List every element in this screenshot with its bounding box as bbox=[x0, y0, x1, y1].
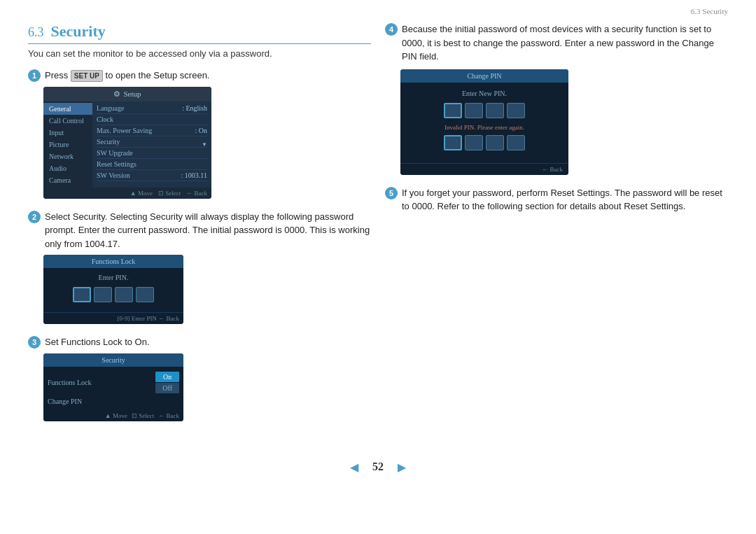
step-3-text: Set Functions Lock to On. bbox=[45, 335, 150, 349]
header-text: 6.3 Security bbox=[691, 7, 728, 15]
sec-body: Functions Lock On Off Change PIN bbox=[43, 367, 183, 410]
change-pin-screen: Change PIN Enter New PIN. Invalid PIN. P… bbox=[400, 69, 568, 175]
section-title: Security bbox=[51, 22, 106, 41]
cp-pin-boxes-1 bbox=[407, 103, 561, 118]
step-5-badge: 5 bbox=[385, 187, 398, 199]
cp-prompt1: Enter New PIN. bbox=[407, 90, 561, 97]
left-column: 6.3 Security You can set the monitor to … bbox=[28, 22, 371, 433]
setup-row-language: Language: English bbox=[97, 103, 207, 114]
setup-row-power: Max. Power Saving: On bbox=[97, 125, 207, 136]
sec-footer: ▲ Move ⊡ Select ← Back bbox=[43, 410, 183, 421]
pin-box-4 bbox=[136, 287, 154, 302]
setup-main-panel: Language: English Clock Max. Power Savin… bbox=[92, 101, 211, 188]
fl-footer: [0-9] Enter PIN ← Back bbox=[43, 312, 183, 324]
cp-pin-box-3 bbox=[486, 103, 504, 118]
page-navigation: ◀ 52 ▶ bbox=[0, 447, 756, 481]
sidebar-picture: Picture bbox=[43, 139, 92, 150]
setup-screen-mockup: ⚙ Setup General Call Control Input Pictu… bbox=[43, 87, 211, 199]
sidebar-general: General bbox=[43, 103, 92, 115]
setup-row-version: SW Version: 1003.11 bbox=[97, 170, 207, 181]
cp-pin-boxes-2 bbox=[407, 135, 561, 150]
security-screen-mockup: Security Functions Lock On Off Change PI… bbox=[43, 353, 183, 421]
fl-title: Functions Lock bbox=[43, 255, 183, 268]
sidebar-camera: Camera bbox=[43, 174, 92, 186]
setup-screen-title: ⚙ Setup bbox=[43, 87, 211, 101]
fl-prompt: Enter PIN. bbox=[50, 274, 176, 281]
cp-pin-box-8 bbox=[507, 135, 525, 150]
sec-row-change-pin: Change PIN bbox=[48, 395, 179, 407]
step-3-block: 3 Set Functions Lock to On. Security Fun… bbox=[28, 335, 371, 421]
cp-pin-box-6 bbox=[465, 135, 483, 150]
scroll-indicator: ▼ bbox=[202, 141, 207, 148]
cp-footer: ← Back bbox=[400, 163, 568, 175]
cp-pin-box-2 bbox=[465, 103, 483, 118]
cp-error-text: Invalid PIN. Please enter again. bbox=[407, 124, 561, 131]
step-3-badge: 3 bbox=[28, 336, 41, 349]
step-1-block: 1 Press SET UP to open the Setup screen.… bbox=[28, 69, 371, 199]
pin-boxes bbox=[50, 287, 176, 302]
step-1-badge: 1 bbox=[28, 69, 41, 82]
step-2-badge: 2 bbox=[28, 211, 41, 223]
cp-body: Enter New PIN. Invalid PIN. Please enter… bbox=[400, 83, 568, 163]
setup-row-reset: Reset Settings bbox=[97, 159, 207, 170]
setup-screen-footer: ▲ Move ⊡ Select ← Back bbox=[43, 188, 211, 199]
next-page-button[interactable]: ▶ bbox=[398, 461, 406, 474]
sidebar-audio: Audio bbox=[43, 162, 92, 174]
setup-row-sw-upgrade: SW Upgrade bbox=[97, 148, 207, 159]
setup-button-label: SET UP bbox=[71, 70, 103, 82]
step-4-text: Because the initial password of most dev… bbox=[402, 22, 728, 64]
functions-lock-screen: Functions Lock Enter PIN. [0-9] Enter PI… bbox=[43, 255, 183, 324]
pin-box-2 bbox=[94, 287, 112, 302]
step-2-block: 2 Select Security. Selecting Security wi… bbox=[28, 210, 371, 325]
setup-sidebar: General Call Control Input Picture Netwo… bbox=[43, 101, 92, 188]
setup-row-clock: Clock bbox=[97, 114, 207, 125]
page-number: 52 bbox=[372, 461, 384, 473]
cp-pin-box-1 bbox=[444, 103, 462, 118]
section-number: 6.3 bbox=[28, 25, 44, 40]
cp-pin-box-5 bbox=[444, 135, 462, 150]
page-header: 6.3 Security bbox=[0, 0, 756, 15]
pin-box-1 bbox=[73, 287, 91, 302]
sec-row-functions-lock: Functions Lock On Off bbox=[48, 370, 179, 395]
prev-page-button[interactable]: ◀ bbox=[350, 461, 358, 474]
step-4-block: 4 Because the initial password of most d… bbox=[385, 22, 728, 175]
intro-text: You can set the monitor to be accessed o… bbox=[28, 48, 371, 59]
cp-pin-box-4 bbox=[507, 103, 525, 118]
sec-title: Security bbox=[43, 353, 183, 367]
setup-row-security: Security bbox=[97, 136, 207, 148]
pin-box-3 bbox=[115, 287, 133, 302]
fl-body: Enter PIN. bbox=[43, 268, 183, 312]
step-2-text: Select Security. Selecting Security will… bbox=[45, 210, 371, 251]
sidebar-call-control: Call Control bbox=[43, 115, 92, 127]
step-4-badge: 4 bbox=[385, 23, 398, 36]
section-heading: 6.3 Security bbox=[28, 22, 371, 44]
step-1-text: Press SET UP to open the Setup screen. bbox=[45, 69, 209, 83]
cp-title: Change PIN bbox=[400, 69, 568, 83]
setup-screen-body: General Call Control Input Picture Netwo… bbox=[43, 101, 211, 188]
sec-opt-off: Off bbox=[155, 383, 179, 393]
step-5-block: 5 If you forget your password, perform R… bbox=[385, 186, 728, 213]
sidebar-input: Input bbox=[43, 127, 92, 139]
sidebar-network: Network bbox=[43, 150, 92, 162]
cp-pin-box-7 bbox=[486, 135, 504, 150]
sec-opt-on: On bbox=[155, 372, 179, 382]
step-5-text: If you forget your password, perform Res… bbox=[402, 186, 728, 213]
right-column: 4 Because the initial password of most d… bbox=[385, 22, 728, 433]
sec-options: On Off bbox=[155, 372, 179, 393]
